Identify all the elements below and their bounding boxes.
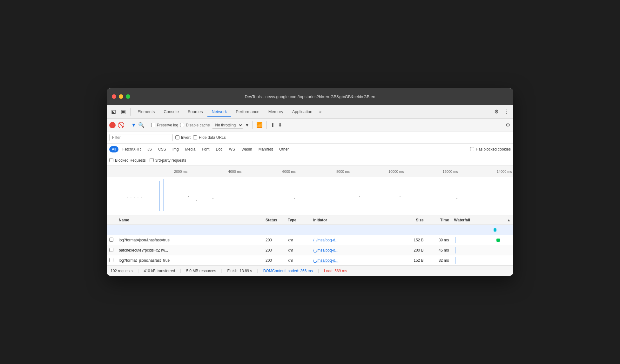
clear-button[interactable]: 🚫 [118, 122, 125, 128]
upload-icon[interactable]: ⬆ [270, 121, 275, 129]
table-row-header-row[interactable] [107, 225, 513, 235]
invert-checkbox[interactable] [175, 135, 179, 139]
row-check-2[interactable] [107, 248, 116, 253]
row-checkbox-3[interactable] [109, 258, 113, 262]
timeline-line-red [168, 179, 168, 211]
more-options-icon[interactable]: ⋮ [502, 107, 511, 116]
filter-input[interactable] [109, 134, 173, 141]
header-size[interactable]: Size [401, 218, 426, 222]
type-filter-fetch-xhr[interactable]: Fetch/XHR [120, 146, 144, 152]
header-time[interactable]: Time [426, 218, 452, 222]
timeline-marks: 2000 ms 4000 ms 6000 ms 8000 ms 10000 ms… [135, 170, 513, 173]
row-waterfall-2 [452, 247, 513, 253]
row-check-3[interactable] [107, 258, 116, 263]
header-name[interactable]: Name [116, 218, 263, 222]
row-status-3: 200 [263, 258, 285, 263]
third-party-label[interactable]: 3rd-party requests [150, 158, 186, 163]
row-checkbox-1[interactable] [109, 238, 113, 242]
load-time: Load: 569 ms [324, 269, 347, 273]
tab-application[interactable]: Application [288, 107, 317, 117]
record-button[interactable] [109, 122, 116, 128]
tab-performance[interactable]: Performance [231, 107, 264, 117]
tab-overflow-btn[interactable]: » [317, 107, 324, 116]
timeline-dot-3 [212, 198, 213, 199]
timeline-dot-7 [456, 198, 457, 199]
traffic-lights [112, 94, 130, 99]
disable-cache-label[interactable]: Disable cache [180, 123, 210, 127]
minimize-button[interactable] [119, 94, 123, 99]
type-filter-font[interactable]: Font [199, 146, 212, 152]
blocked-bar: Blocked Requests 3rd-party requests [107, 155, 513, 166]
type-filter-media[interactable]: Media [183, 146, 198, 152]
row-name-1: log?format=json&hasfast=true [116, 238, 263, 242]
type-filter-doc[interactable]: Doc [213, 146, 225, 152]
cursor-icon[interactable]: ⬕ [109, 107, 118, 116]
net-toolbar-divider4 [266, 121, 267, 129]
type-filter-other[interactable]: Other [277, 146, 291, 152]
filter-icon[interactable]: ▼ [131, 122, 136, 128]
row-check-1[interactable] [107, 238, 116, 243]
resources-size: 5.0 MB resources [186, 269, 216, 273]
timeline-mark-4: 8000 ms [297, 170, 351, 173]
row-checkbox-2[interactable] [109, 248, 113, 252]
type-filter-js[interactable]: JS [145, 146, 154, 152]
hide-data-urls-label[interactable]: Hide data URLs [193, 135, 226, 140]
tab-network[interactable]: Network [207, 107, 232, 117]
type-filter-css[interactable]: CSS [156, 146, 169, 152]
row-initiator-2[interactable]: /_/mss/boq-d... [311, 248, 401, 253]
network-settings-icon[interactable]: ⚙ [505, 121, 511, 129]
row-size-3: 152 B [401, 258, 426, 263]
blocked-requests-checkbox[interactable] [109, 158, 113, 162]
table-row[interactable]: batchexecute?rpcids=xZTw... 200 xhr /_/m… [107, 245, 513, 255]
header-status[interactable]: Status [263, 218, 285, 222]
net-toolbar-divider [128, 121, 128, 129]
tab-memory[interactable]: Memory [264, 107, 288, 117]
table-row[interactable]: log?format=json&hasfast=true 200 xhr /_/… [107, 255, 513, 266]
type-filter-manifest[interactable]: Manifest [256, 146, 275, 152]
hide-data-urls-checkbox[interactable] [193, 135, 197, 139]
header-type[interactable]: Type [285, 218, 311, 222]
tab-elements[interactable]: Elements [133, 107, 159, 117]
type-filter-all[interactable]: All [109, 146, 118, 152]
disable-cache-checkbox[interactable] [180, 123, 184, 127]
row-type-1: xhr [285, 238, 311, 242]
type-filter-wasm[interactable]: Wasm [239, 146, 255, 152]
third-party-checkbox[interactable] [150, 158, 154, 162]
maximize-button[interactable] [126, 94, 130, 99]
row-status-1: 200 [263, 238, 285, 242]
table-row[interactable]: log?format=json&hasfast=true 200 xhr /_/… [107, 235, 513, 245]
download-icon[interactable]: ⬇ [277, 121, 283, 129]
timeline-mark-2: 4000 ms [189, 170, 243, 173]
preserve-log-label[interactable]: Preserve log [151, 123, 178, 127]
preserve-log-checkbox[interactable] [151, 123, 155, 127]
search-icon[interactable]: 🔍 [138, 122, 145, 128]
throttle-select[interactable]: No throttling [212, 122, 243, 129]
timeline-dot-2 [196, 200, 197, 201]
row-time-3: 32 ms [426, 258, 452, 263]
settings-gear-icon[interactable]: ⚙ [492, 107, 501, 116]
timeline-dot-5 [359, 196, 360, 197]
header-waterfall[interactable]: Waterfall ▲ [452, 218, 513, 222]
timeline-dot-6 [400, 196, 401, 197]
has-blocked-cookies-checkbox[interactable] [470, 147, 474, 151]
tab-sources[interactable]: Sources [183, 107, 207, 117]
has-blocked-cookies-label[interactable]: Has blocked cookies [470, 147, 511, 152]
blocked-requests-label[interactable]: Blocked Requests [109, 158, 146, 163]
type-filter-img[interactable]: Img [170, 146, 181, 152]
row-initiator-3[interactable]: /_/mss/boq-d... [311, 258, 401, 263]
status-bar: 102 requests | 410 kB transferred | 5.0 … [107, 266, 513, 276]
sort-arrow-icon: ▲ [507, 218, 511, 222]
header-initiator[interactable]: Initiator [311, 218, 401, 222]
invert-label[interactable]: Invert [175, 135, 191, 140]
timeline-dot-1 [188, 196, 189, 197]
throttle-dropdown-icon[interactable]: ▾ [245, 121, 249, 129]
tab-console[interactable]: Console [159, 107, 183, 117]
close-button[interactable] [112, 94, 116, 99]
requests-count: 102 requests [111, 269, 132, 273]
network-toolbar: 🚫 ▼ 🔍 Preserve log Disable cache No thro… [107, 119, 513, 131]
row-waterfall-1 [452, 237, 513, 243]
wifi-icon[interactable]: 📶 [256, 121, 263, 129]
mobile-icon[interactable]: ▣ [119, 107, 128, 116]
type-filter-ws[interactable]: WS [226, 146, 238, 152]
row-initiator-1[interactable]: /_/mss/boq-d... [311, 238, 401, 242]
